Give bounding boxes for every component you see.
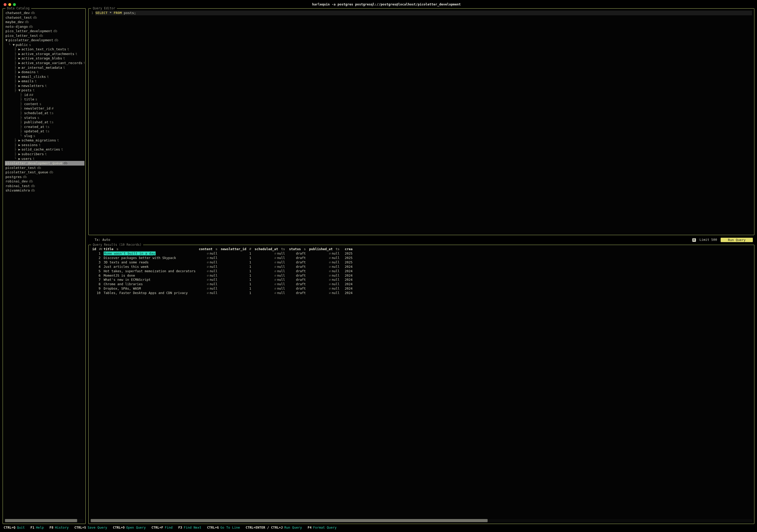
db-item-open[interactable]: ▼picoletter_developmentdb xyxy=(5,38,84,42)
panel-label-results: Query Results (10 Records) xyxy=(91,243,143,247)
db-item[interactable]: robinai_devdb xyxy=(5,179,84,184)
footer-key: CTRL+F xyxy=(151,525,163,530)
tx-status: Tx: Auto xyxy=(95,238,110,242)
footer-key: CTRL+Q xyxy=(4,525,15,530)
editor-gutter: 1 xyxy=(91,11,95,233)
editor-meta-row: Tx: Auto X Limit 500 Run Query xyxy=(88,238,754,242)
data-catalog-panel[interactable]: Data Catalog chatwoot_devdbchatwoot_test… xyxy=(3,8,86,524)
table-row[interactable]: 2Discover packages better with Skypack∅n… xyxy=(90,256,753,260)
column-item[interactable]: ├ updated_atts xyxy=(5,129,84,134)
footer-action[interactable]: Go To Line xyxy=(220,525,240,530)
footer-action[interactable]: Run Query xyxy=(285,525,302,530)
table-item[interactable]: ├ ▶emailst xyxy=(5,79,84,84)
footer-key: F8 xyxy=(49,525,53,530)
db-item[interactable]: noto-djangodb xyxy=(5,24,84,29)
column-item[interactable]: ├ scheduled_atts xyxy=(5,111,84,116)
limit-label: Limit 500 xyxy=(700,238,717,242)
footer-action[interactable]: Quit xyxy=(17,525,25,530)
table-item[interactable]: ├ ▶solid_cache_entriest xyxy=(5,147,84,152)
window-title: harlequin -a postgres postgresql://postg… xyxy=(19,2,753,7)
db-item[interactable]: chatwoot_testdb xyxy=(5,15,84,20)
query-editor-panel[interactable]: Query Editor 1 SELECT * FROM posts; xyxy=(88,8,754,235)
footer-key: CTRL+G xyxy=(207,525,219,530)
editor-code[interactable]: SELECT * FROM posts; xyxy=(95,11,752,233)
footer-action[interactable]: Find Next xyxy=(184,525,201,530)
table-item[interactable]: ├ ▶subscriberst xyxy=(5,152,84,156)
table-row[interactable]: 4Just articles this week∅null1∅nulldraft… xyxy=(90,265,753,269)
footer-action[interactable]: Save Query xyxy=(88,525,107,530)
table-item[interactable]: ├ ▶action_text_rich_textst xyxy=(5,47,84,52)
column-item[interactable]: ├ newsletter_id# xyxy=(5,106,84,111)
table-row[interactable]: 5Hot takes, superfast memoization and de… xyxy=(90,269,753,273)
db-item[interactable]: postgresdb xyxy=(5,175,84,179)
footer-key: CTRL+ENTER / CTRL+J xyxy=(246,525,283,530)
table-item[interactable]: ├ ▶newsletterst xyxy=(5,84,84,88)
column-item[interactable]: ├ created_atts xyxy=(5,125,84,129)
table-item-open[interactable]: ├ ▼postst xyxy=(5,88,84,93)
db-item[interactable]: maybe_devdb xyxy=(5,20,84,24)
results-header: id ##title scontent snewsletter_id #sche… xyxy=(90,247,753,251)
close-icon[interactable] xyxy=(4,3,7,6)
table-item[interactable]: ├ ▶sessionst xyxy=(5,143,84,147)
table-row[interactable]: 1Rome wasn't built in a day∅null1∅nulldr… xyxy=(90,251,753,256)
db-item[interactable]: pico_letter_developmentdb xyxy=(5,29,84,34)
column-item[interactable]: ├ published_atts xyxy=(5,120,84,125)
query-results-panel[interactable]: Query Results (10 Records) id ##title sc… xyxy=(88,245,754,524)
column-item[interactable]: ├ statuss xyxy=(5,116,84,120)
minimize-icon[interactable] xyxy=(8,3,11,6)
table-item[interactable]: ├ ▶active_storage_attachmentst xyxy=(5,52,84,56)
footer-key: CTRL+S xyxy=(74,525,86,530)
db-item[interactable]: pico_letter_testdb xyxy=(5,34,84,38)
schema-item[interactable]: └ ▼publics xyxy=(5,42,84,47)
footer-action[interactable]: Open Query xyxy=(126,525,146,530)
table-row[interactable]: 8Chrome and libraries∅null1∅nulldraft∅nu… xyxy=(90,282,753,287)
panel-label-editor: Query Editor xyxy=(91,6,117,11)
footer-key: F3 xyxy=(178,525,182,530)
table-row[interactable]: 9Dropbox, SPAs, WASM∅null1∅nulldraft∅nul… xyxy=(90,287,753,291)
footer-help: CTRL+QQuitF1HelpF8HistoryCTRL+SSave Quer… xyxy=(2,524,755,532)
run-query-button[interactable]: Run Query xyxy=(721,238,753,242)
db-item[interactable]: robinai_testdb xyxy=(5,184,84,188)
column-item[interactable]: ├ id## xyxy=(5,93,84,97)
footer-key: CTRL+O xyxy=(113,525,125,530)
db-item[interactable]: picoletter_test_queuedb xyxy=(5,170,84,175)
table-item[interactable]: ├ ▶domainst xyxy=(5,70,84,74)
table-row[interactable]: 10Tables, Faster Desktop Apps and CDN pr… xyxy=(90,291,753,295)
table-item[interactable]: ├ ▶ar_internal_metadatat xyxy=(5,66,84,70)
table-item[interactable]: ├ ▶active_storage_variant_recordst xyxy=(5,61,84,66)
limit-checkbox[interactable]: X xyxy=(692,238,696,242)
catalog-scrollbar[interactable] xyxy=(5,519,83,522)
table-row[interactable]: 6MomentJS is done∅null1∅nulldraft∅null20… xyxy=(90,273,753,278)
panel-label-catalog: Data Catalog xyxy=(6,6,31,11)
footer-action[interactable]: Find xyxy=(165,525,172,530)
table-item[interactable]: ├ ▶schema_migrationst xyxy=(5,138,84,143)
footer-action[interactable]: Format Query xyxy=(313,525,336,530)
footer-action[interactable]: Help xyxy=(36,525,44,530)
column-item[interactable]: ├ titles xyxy=(5,97,84,102)
footer-key: F4 xyxy=(308,525,312,530)
fullscreen-icon[interactable] xyxy=(13,3,16,6)
db-item[interactable]: shivammishradb xyxy=(5,188,84,193)
table-item[interactable]: ├ ▶active_storage_blobst xyxy=(5,56,84,61)
table-row[interactable]: 33D texts and some reads∅null1∅nulldraft… xyxy=(90,260,753,265)
results-scrollbar[interactable] xyxy=(91,519,752,522)
column-item[interactable]: ├ contents xyxy=(5,102,84,106)
footer-key: F1 xyxy=(30,525,34,530)
table-row[interactable]: 7What's new in ECMAScript∅null1∅nulldraf… xyxy=(90,278,753,282)
db-item[interactable]: picoletter_testdb xyxy=(5,166,84,170)
db-item-selected[interactable]: picoletter_development_queuedb xyxy=(5,161,84,166)
table-item[interactable]: ├ ▶email_clickst xyxy=(5,74,84,79)
db-item[interactable]: chatwoot_devdb xyxy=(5,11,84,15)
column-item[interactable]: └ slugs xyxy=(5,134,84,138)
table-item[interactable]: └ ▶userst xyxy=(5,156,84,161)
footer-action[interactable]: History xyxy=(55,525,69,530)
